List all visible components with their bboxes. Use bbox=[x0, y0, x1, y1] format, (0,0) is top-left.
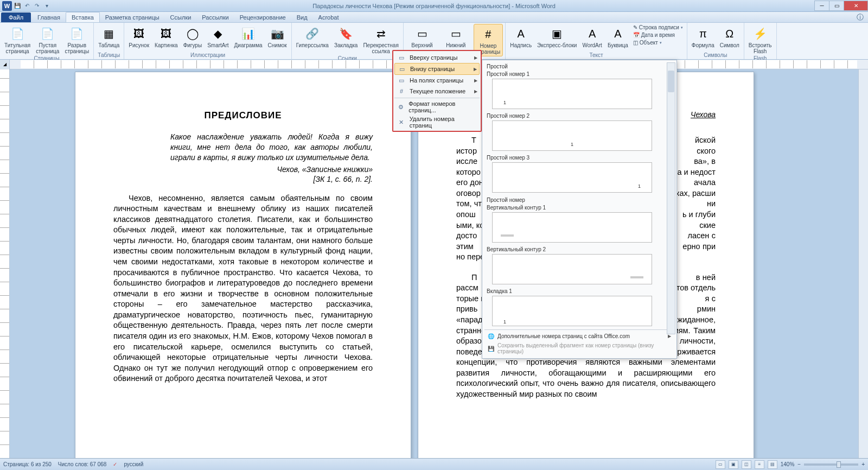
blank-page-button[interactable]: 📄 Пустая страница bbox=[34, 24, 61, 55]
bookmark-button[interactable]: 🔖Закладка bbox=[332, 24, 360, 49]
gallery-save-selection: 💾Сохранить выделенный фрагмент как номер… bbox=[484, 341, 674, 356]
tab-insert[interactable]: Вставка bbox=[66, 12, 100, 22]
object-icon: ◫ bbox=[633, 40, 638, 46]
table-icon: ▦ bbox=[100, 25, 118, 42]
ribbon-group-illustrations: 🖼Рисунок 🖼Картинка ◯Фигуры ◆SmartArt 📊Ди… bbox=[124, 23, 291, 59]
view-outline[interactable]: ≡ bbox=[755, 460, 764, 469]
tab-view[interactable]: Вид bbox=[291, 12, 313, 22]
gallery-thumb-4[interactable] bbox=[492, 212, 652, 243]
zoom-out-button[interactable]: − bbox=[797, 461, 801, 467]
doc-heading: ПРЕДИСЛОВИЕ bbox=[113, 110, 373, 121]
symbol-button[interactable]: ΩСимвол bbox=[718, 24, 742, 49]
view-draft[interactable]: ▤ bbox=[768, 460, 777, 469]
equation-button[interactable]: πФормула bbox=[690, 24, 717, 49]
file-tab[interactable]: Файл bbox=[1, 12, 31, 22]
redo-icon[interactable]: ↷ bbox=[33, 2, 41, 10]
gallery-thumb-3[interactable]: 1 bbox=[492, 162, 652, 193]
dd-current-position[interactable]: #Текущее положение▶ bbox=[394, 86, 480, 97]
ribbon-tabs: Файл Главная Вставка Разметка страницы С… bbox=[0, 12, 868, 23]
help-icon[interactable]: ⓘ bbox=[857, 12, 864, 22]
shapes-button[interactable]: ◯Фигуры bbox=[181, 24, 204, 49]
word-app-icon[interactable]: W bbox=[2, 1, 12, 11]
dd-bottom-of-page[interactable]: ▭Внизу страницы▶ bbox=[394, 63, 480, 75]
cover-page-icon: 📄 bbox=[9, 25, 26, 42]
doc-attribution-2: [ЗК 1, с. 66, п. 2]. bbox=[113, 175, 373, 183]
view-web-layout[interactable]: ◫ bbox=[742, 460, 751, 469]
page-1[interactable]: ПРЕДИСЛОВИЕ Какое наслаждение уважать лю… bbox=[75, 72, 411, 458]
chart-button[interactable]: 📊Диаграмма bbox=[232, 24, 265, 49]
hyperlink-button[interactable]: 🔗Гиперссылка bbox=[294, 24, 331, 49]
zoom-level[interactable]: 140% bbox=[781, 461, 795, 467]
close-button[interactable]: ✕ bbox=[844, 1, 868, 11]
statusbar: Страница: 6 из 250 Число слов: 67 068 ✓ … bbox=[0, 458, 868, 470]
gallery-thumb-6[interactable]: 1 bbox=[492, 296, 652, 326]
tab-review[interactable]: Рецензирование bbox=[234, 12, 291, 22]
ribbon-group-tables: ▦ Таблица Таблицы bbox=[94, 23, 124, 59]
office-icon: 🌐 bbox=[488, 333, 494, 339]
chevron-right-icon: ▶ bbox=[474, 67, 477, 72]
save-icon[interactable]: 💾 bbox=[13, 2, 22, 10]
quickparts-icon: ▣ bbox=[548, 25, 566, 42]
dd-page-margins[interactable]: ▭На полях страницы▶ bbox=[394, 75, 480, 86]
datetime-button[interactable]: 📅Дата и время bbox=[631, 31, 685, 39]
textbox-button[interactable]: AНадпись bbox=[508, 24, 534, 49]
signature-icon: ✎ bbox=[633, 24, 637, 30]
gallery-item-1-label: Простой номер 1 bbox=[484, 71, 674, 78]
window-controls: ─ ▭ ✕ bbox=[815, 1, 868, 11]
ribbon-group-flash: ⚡Встроить Flash Flash bbox=[744, 23, 777, 59]
tab-page-layout[interactable]: Разметка страницы bbox=[100, 12, 165, 22]
quickparts-button[interactable]: ▣Экспресс-блоки bbox=[535, 24, 579, 49]
status-language[interactable]: русский bbox=[124, 461, 143, 467]
dd-format-page-numbers[interactable]: ⚙Формат номеров страниц... bbox=[394, 99, 480, 115]
cover-page-button[interactable]: 📄 Титульная страница bbox=[2, 24, 33, 55]
gallery-more-from-office[interactable]: 🌐Дополнительные номера страниц с сайта O… bbox=[484, 332, 674, 341]
undo-icon[interactable]: ↶ bbox=[23, 2, 31, 10]
picture-button[interactable]: 🖼Рисунок bbox=[126, 24, 151, 49]
wordart-button[interactable]: AWordArt bbox=[580, 24, 604, 49]
clipart-button[interactable]: 🖼Картинка bbox=[152, 24, 180, 49]
window-title: Парадоксы личности Чехова [Режим огранич… bbox=[312, 3, 556, 9]
gallery-thumb-5[interactable] bbox=[492, 254, 652, 284]
page-break-button[interactable]: 📄 Разрыв страницы bbox=[62, 24, 91, 55]
ruler-vertical[interactable] bbox=[0, 69, 10, 458]
minimize-button[interactable]: ─ bbox=[814, 1, 829, 11]
tab-mailings[interactable]: Рассылки bbox=[196, 12, 234, 22]
cover-page-label: Титульная страница bbox=[4, 42, 30, 54]
qat-dropdown-icon[interactable]: ▾ bbox=[42, 2, 51, 10]
tab-references[interactable]: Ссылки bbox=[165, 12, 197, 22]
screenshot-button[interactable]: 📷Снимок bbox=[266, 24, 289, 49]
gallery-scrollbar[interactable] bbox=[667, 62, 675, 334]
chevron-right-icon: ▶ bbox=[474, 55, 477, 60]
dd-top-of-page[interactable]: ▭Вверху страницы▶ bbox=[394, 52, 480, 63]
view-full-screen[interactable]: ▣ bbox=[729, 460, 738, 469]
vertical-scrollbar[interactable] bbox=[858, 69, 868, 458]
status-words[interactable]: Число слов: 67 068 bbox=[58, 461, 107, 467]
maximize-button[interactable]: ▭ bbox=[829, 1, 844, 11]
tab-acrobat[interactable]: Acrobat bbox=[313, 12, 344, 22]
quick-access-toolbar: W 💾 ↶ ↷ ▾ bbox=[0, 1, 51, 11]
gallery-item-3-label: Простой номер 3 bbox=[484, 154, 674, 161]
status-page[interactable]: Страница: 6 из 250 bbox=[3, 461, 52, 467]
dropcap-button[interactable]: AБуквица bbox=[605, 24, 630, 49]
gallery-item-6-label: Вкладка 1 bbox=[484, 288, 674, 295]
zoom-in-button[interactable]: + bbox=[861, 461, 865, 467]
remove-icon: ✕ bbox=[397, 118, 406, 126]
object-button[interactable]: ◫Объект▾ bbox=[631, 39, 685, 46]
view-print-layout[interactable]: ▭ bbox=[716, 460, 725, 469]
ruler-corner[interactable]: ◢ bbox=[0, 60, 10, 69]
table-button[interactable]: ▦ Таблица bbox=[96, 24, 122, 49]
gallery-thumb-2[interactable]: 1 bbox=[492, 120, 652, 151]
smartart-button[interactable]: ◆SmartArt bbox=[205, 24, 231, 49]
flash-button[interactable]: ⚡Встроить Flash bbox=[746, 24, 774, 55]
zoom-slider[interactable] bbox=[804, 463, 858, 466]
crossref-icon: ⇄ bbox=[372, 25, 390, 42]
page-number-gallery: Простой Простой номер 1 1 Простой номер … bbox=[482, 60, 677, 359]
signature-line-button[interactable]: ✎Строка подписи▾ bbox=[631, 24, 685, 31]
gallery-footer: 🌐Дополнительные номера страниц с сайта O… bbox=[484, 329, 674, 356]
dd-remove-page-numbers[interactable]: ✕Удалить номера страниц bbox=[394, 115, 480, 130]
tab-home[interactable]: Главная bbox=[32, 12, 66, 22]
proofing-icon[interactable]: ✓ bbox=[113, 461, 117, 467]
gallery-thumb-1[interactable]: 1 bbox=[492, 79, 652, 109]
clipart-icon: 🖼 bbox=[157, 25, 175, 42]
ribbon-group-pages: 📄 Титульная страница 📄 Пустая страница 📄… bbox=[0, 23, 94, 59]
